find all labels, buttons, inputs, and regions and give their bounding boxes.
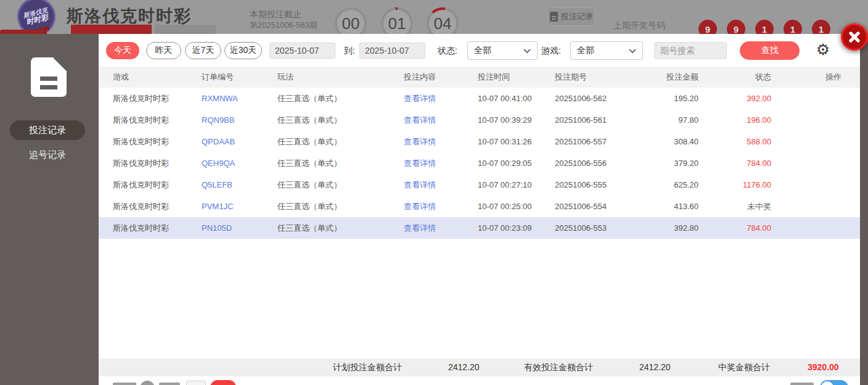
view-details-link[interactable]: 查看详情 bbox=[404, 115, 478, 126]
cell-amount: 308.40 bbox=[652, 137, 698, 146]
view-details-link[interactable]: 查看详情 bbox=[404, 223, 478, 234]
order-number-link[interactable]: RQN9BB bbox=[202, 115, 277, 125]
cell-game: 斯洛伐克时时彩 bbox=[113, 158, 202, 169]
countdown-value: 01 bbox=[383, 10, 411, 34]
cell-game: 斯洛伐克时时彩 bbox=[113, 115, 202, 126]
table-row: 斯洛伐克时时彩RXMNWA任三直选（单式）查看详情10-07 00:41:002… bbox=[99, 88, 860, 109]
period-search-input[interactable] bbox=[654, 42, 727, 59]
countdown-circle: 04 bbox=[427, 7, 459, 34]
page-title: 斯洛伐克时时彩 bbox=[67, 5, 192, 27]
quick-filter-button[interactable]: 近30天 bbox=[224, 42, 262, 59]
order-number-link[interactable]: PVM1JC bbox=[202, 202, 277, 211]
order-number-link[interactable]: QPDAAB bbox=[202, 137, 277, 146]
sidebar-item-chase-records[interactable]: 追号记录 bbox=[10, 145, 85, 165]
cell-period: 20251006-555 bbox=[555, 180, 652, 189]
win-total-label: 中奖金额合计 bbox=[718, 358, 770, 376]
cell-bet-time: 10-07 00:41:00 bbox=[478, 94, 555, 103]
valid-total-value: 2412.20 bbox=[639, 358, 671, 376]
draw-number-ball: 1 bbox=[812, 20, 830, 34]
status-filter-label: 状态: bbox=[438, 46, 457, 57]
screen: 斯洛伐克 时时彩 斯洛伐克时时彩 本期投注截止 第20251006-563期 0… bbox=[0, 0, 868, 385]
cell-game: 斯洛伐克时时彩 bbox=[113, 201, 202, 212]
view-details-link[interactable]: 查看详情 bbox=[404, 158, 478, 169]
cell-play-type: 任三直选（单式） bbox=[277, 115, 404, 126]
order-number-link[interactable]: QEH9QA bbox=[202, 159, 277, 168]
cell-period: 20251006-554 bbox=[555, 202, 652, 211]
order-number-link[interactable]: PN105D bbox=[202, 223, 277, 233]
table-body: 斯洛伐克时时彩RXMNWA任三直选（单式）查看详情10-07 00:41:002… bbox=[99, 88, 860, 239]
toggle-switch[interactable] bbox=[820, 380, 848, 385]
cell-status: 784.00 bbox=[698, 159, 771, 168]
column-header: 状态 bbox=[698, 72, 771, 83]
view-details-link[interactable]: 查看详情 bbox=[404, 136, 478, 147]
pagination-text-fragment bbox=[159, 383, 180, 385]
cell-status: 1176.00 bbox=[698, 180, 771, 189]
countdown-circle: 00 bbox=[335, 7, 367, 34]
gear-icon[interactable]: ⚙ bbox=[814, 40, 832, 59]
cell-game: 斯洛伐克时时彩 bbox=[113, 93, 202, 104]
chevron-down-icon bbox=[523, 49, 531, 53]
cell-period: 20251006-562 bbox=[555, 94, 652, 103]
date-to-input[interactable] bbox=[359, 43, 425, 59]
quick-filter-button[interactable]: 昨天 bbox=[146, 42, 181, 59]
bet-record-header-button: 投注记录 bbox=[547, 7, 596, 26]
status-select[interactable]: 全部 bbox=[467, 41, 538, 60]
cell-period: 20251006-556 bbox=[555, 159, 652, 168]
quick-filter-button[interactable]: 近7天 bbox=[185, 42, 221, 59]
quick-filter-button[interactable]: 今天 bbox=[106, 42, 139, 59]
cell-bet-time: 10-07 00:29:05 bbox=[478, 159, 555, 168]
toggle-knob bbox=[821, 381, 833, 385]
cell-play-type: 任三直选（单式） bbox=[277, 93, 404, 104]
cell-play-type: 任三直选（单式） bbox=[277, 136, 404, 147]
game-select[interactable]: 全部 bbox=[570, 41, 643, 60]
pagination-page-button[interactable] bbox=[140, 381, 155, 385]
document-icon bbox=[550, 12, 558, 22]
lottery-logo: 斯洛伐克 时时彩 bbox=[13, 0, 59, 34]
cell-period: 20251006-553 bbox=[555, 223, 652, 233]
last-draw-label: 上期开奖号码 bbox=[613, 20, 665, 31]
view-details-link[interactable]: 查看详情 bbox=[404, 93, 478, 104]
date-to-label: 到: bbox=[344, 46, 355, 57]
pagination-bar bbox=[99, 378, 860, 385]
table-row: 斯洛伐克时时彩PN105D任三直选（单式）查看详情10-07 00:23:092… bbox=[99, 217, 860, 239]
table-row: 斯洛伐克时时彩Q5LEFB任三直选（单式）查看详情10-07 00:27:102… bbox=[99, 174, 860, 196]
deadline-period: 第20251006-563期 bbox=[250, 20, 317, 31]
plan-total-value: 2412.20 bbox=[448, 358, 480, 376]
game-select-value: 全部 bbox=[577, 45, 594, 56]
view-details-link[interactable]: 查看详情 bbox=[404, 201, 478, 212]
table-row: 斯洛伐克时时彩PVM1JC任三直选（单式）查看详情10-07 00:25:002… bbox=[99, 196, 860, 217]
bet-record-big-icon bbox=[31, 57, 67, 99]
order-number-link[interactable]: Q5LEFB bbox=[202, 180, 277, 189]
modal-sidebar: 投注记录追号记录 bbox=[0, 34, 99, 385]
draw-number-ball: 1 bbox=[784, 20, 802, 34]
order-number-link[interactable]: RXMNWA bbox=[202, 94, 277, 103]
deadline-info: 本期投注截止 第20251006-563期 bbox=[250, 9, 317, 31]
deadline-label: 本期投注截止 bbox=[250, 9, 317, 20]
cell-play-type: 任三直选（单式） bbox=[277, 158, 404, 169]
plan-total-label: 计划投注金额合计 bbox=[333, 358, 402, 376]
game-tab-active bbox=[71, 25, 152, 34]
pagination-text-fragment bbox=[113, 383, 136, 385]
game-tab-inactive bbox=[155, 25, 216, 34]
cell-game: 斯洛伐克时时彩 bbox=[113, 180, 202, 191]
sidebar-item-bet-records[interactable]: 投注记录 bbox=[10, 120, 85, 140]
cell-status: 784.00 bbox=[698, 223, 771, 233]
table-header: 游戏订单编号玩法投注内容投注时间投注期号投注金额状态操作 bbox=[99, 67, 860, 88]
date-from-input[interactable] bbox=[269, 43, 335, 59]
table-row: 斯洛伐克时时彩QEH9QA任三直选（单式）查看详情10-07 00:29:052… bbox=[99, 152, 860, 174]
cell-amount: 625.20 bbox=[652, 180, 698, 189]
valid-total-label: 有效投注金额合计 bbox=[524, 358, 593, 376]
column-header: 订单编号 bbox=[202, 72, 277, 83]
column-header: 游戏 bbox=[113, 72, 202, 83]
search-button[interactable]: 查找 bbox=[740, 41, 800, 60]
countdown-value: 00 bbox=[337, 10, 364, 34]
cell-status: 未中奖 bbox=[698, 201, 771, 212]
status-select-value: 全部 bbox=[474, 45, 491, 56]
column-header: 投注内容 bbox=[404, 72, 478, 83]
cell-status: 196.00 bbox=[698, 115, 771, 125]
pagination-page-input[interactable] bbox=[186, 381, 206, 385]
cell-amount: 195.20 bbox=[652, 94, 698, 103]
close-icon[interactable] bbox=[841, 23, 868, 51]
view-details-link[interactable]: 查看详情 bbox=[404, 180, 478, 191]
pagination-confirm-button[interactable] bbox=[210, 380, 236, 385]
